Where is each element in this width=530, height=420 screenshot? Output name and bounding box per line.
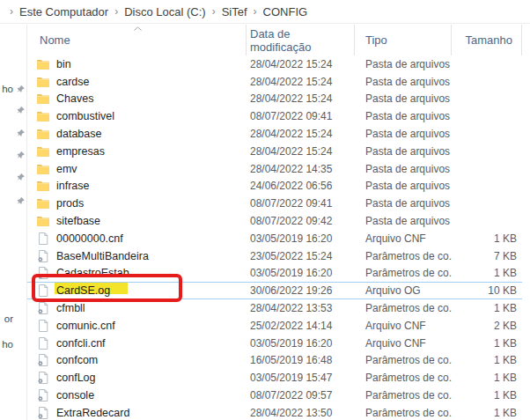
nav-item[interactable]: ho — [0, 337, 13, 351]
file-type: Pasta de arquivos — [355, 110, 452, 122]
file-row[interactable]: console 08/07/2022 09:57 Parâmetros de c… — [27, 387, 522, 404]
file-date: 03/05/2019 16:20 — [247, 232, 355, 245]
file-name: comunic.cnf — [56, 320, 115, 332]
file-name-cell: BaseMultiBandeira — [27, 249, 247, 263]
breadcrumb-item[interactable]: Disco Local (C:) — [124, 5, 205, 18]
file-row[interactable]: bin 28/04/2022 15:24 Pasta de arquivos — [27, 55, 522, 73]
column-header-type[interactable]: Tipo — [355, 25, 452, 55]
column-header-size[interactable]: Tamanho — [452, 25, 522, 55]
file-type: Arquivo CNF — [355, 337, 452, 350]
file-name: emv — [56, 163, 77, 175]
file-icon — [36, 232, 50, 246]
file-name-cell: emv — [27, 162, 247, 176]
file-icon — [36, 319, 50, 333]
file-row[interactable]: 00000000.cnf 03/05/2019 16:20 Arquivo CN… — [27, 230, 522, 247]
file-name-cell: CadastroEstab — [27, 266, 247, 280]
file-type: Arquivo CNF — [355, 320, 452, 332]
file-date: 30/06/2022 19:26 — [247, 284, 355, 297]
file-name-cell: sitefbase — [27, 214, 247, 228]
file-type: Pasta de arquivos — [355, 128, 452, 140]
pin-icon — [16, 173, 26, 182]
file-name: infrase — [56, 180, 90, 192]
breadcrumb-separator-icon: › — [114, 5, 118, 18]
file-date: 25/02/2022 14:14 — [247, 320, 355, 332]
nav-item[interactable] — [0, 103, 26, 117]
file-row[interactable]: ExtraRedecard 28/04/2022 13:50 Parâmetro… — [27, 404, 522, 420]
file-size: 1 KB — [452, 267, 522, 279]
file-date: 28/04/2022 14:35 — [247, 163, 355, 175]
breadcrumb-item[interactable]: Este Computador — [19, 5, 108, 18]
file-row[interactable]: cardse 28/04/2022 15:24 Pasta de arquivo… — [27, 73, 522, 91]
file-row[interactable]: BaseMultiBandeira 23/05/2022 15:24 Parâm… — [27, 247, 522, 265]
file-name-cell: empresas — [27, 144, 247, 158]
nav-item[interactable]: or — [0, 312, 13, 326]
file-row[interactable]: comunic.cnf 25/02/2022 14:14 Arquivo CNF… — [27, 317, 522, 335]
file-name: prods — [56, 197, 84, 210]
nav-item[interactable] — [0, 194, 26, 208]
file-row[interactable]: confLog 03/05/2019 15:47 Parâmetros de c… — [27, 369, 522, 387]
file-type: Pasta de arquivos — [355, 197, 452, 210]
file-date: 28/04/2022 15:24 — [247, 128, 355, 140]
file-type: Pasta de arquivos — [355, 180, 452, 192]
file-date: 23/05/2022 15:24 — [247, 250, 355, 262]
file-name-cell: bin — [27, 57, 247, 71]
file-row[interactable]: cfmbll 28/04/2022 13:53 Parâmetros de co… — [27, 299, 522, 317]
file-row[interactable]: database 28/04/2022 15:24 Pasta de arqui… — [27, 125, 522, 143]
pin-icon — [16, 151, 26, 160]
file-row[interactable]: prods 08/07/2022 09:41 Pasta de arquivos — [27, 195, 522, 212]
sort-ascending-icon — [134, 26, 142, 31]
file-size: 1 KB — [452, 407, 522, 419]
file-name: empresas — [56, 145, 105, 158]
nav-item[interactable] — [0, 126, 26, 140]
nav-item[interactable] — [0, 170, 26, 184]
file-date: 08/07/2022 09:42 — [247, 215, 355, 227]
file-list-body: bin 28/04/2022 15:24 Pasta de arquivos c… — [27, 55, 522, 420]
file-row[interactable]: confcli.cnf 03/05/2019 16:20 Arquivo CNF… — [27, 335, 522, 352]
file-row[interactable]: CardSE.og 30/06/2022 19:26 Arquivo OG 10… — [27, 282, 522, 299]
gear-file-icon — [36, 371, 50, 385]
file-row[interactable]: confcom 16/05/2019 16:48 Parâmetros de c… — [27, 352, 522, 370]
folder-icon — [36, 75, 50, 89]
file-name-cell: confLog — [27, 371, 247, 385]
pin-icon — [16, 129, 26, 138]
file-name-cell: infrase — [27, 179, 247, 193]
file-name: cfmbll — [56, 302, 85, 314]
file-type: Parâmetros de co... — [355, 302, 452, 314]
file-type: Arquivo OG — [355, 284, 452, 297]
file-row[interactable]: sitefbase 08/07/2022 09:42 Pasta de arqu… — [27, 212, 522, 230]
folder-icon — [36, 57, 50, 71]
breadcrumb-item[interactable]: CONFIG — [263, 5, 308, 18]
file-row[interactable]: CadastroEstab 03/05/2019 16:20 Parâmetro… — [27, 265, 522, 283]
file-name: cardse — [56, 76, 90, 88]
file-row[interactable]: empresas 28/04/2022 15:24 Pasta de arqui… — [27, 143, 522, 160]
file-date: 28/04/2022 13:53 — [247, 302, 355, 314]
gear-file-icon — [36, 388, 50, 402]
pin-icon — [16, 85, 26, 94]
file-date: 08/07/2022 09:41 — [247, 110, 355, 122]
file-size: 1 KB — [452, 232, 522, 245]
file-type: Pasta de arquivos — [355, 58, 452, 70]
file-name: BaseMultiBandeira — [56, 250, 149, 262]
file-type: Parâmetros de co... — [355, 354, 452, 366]
file-size: 10 KB — [452, 284, 522, 297]
file-size: 1 KB — [452, 337, 522, 350]
column-header-date[interactable]: Data de modificação — [247, 25, 355, 55]
file-row[interactable]: emv 28/04/2022 14:35 Pasta de arquivos — [27, 160, 522, 178]
file-type: Pasta de arquivos — [355, 145, 452, 158]
file-row[interactable]: Chaves 28/04/2022 15:24 Pasta de arquivo… — [27, 91, 522, 108]
file-type: Pasta de arquivos — [355, 76, 452, 88]
nav-item[interactable]: ho — [0, 82, 26, 96]
file-name: CardSE.og — [56, 284, 110, 297]
file-name: ExtraRedecard — [56, 407, 129, 419]
gear-file-icon — [36, 353, 50, 367]
file-type: Parâmetros de co... — [355, 372, 452, 384]
file-row[interactable]: combustivel 08/07/2022 09:41 Pasta de ar… — [27, 107, 522, 125]
file-name-cell: console — [27, 388, 247, 402]
nav-item[interactable] — [0, 148, 26, 162]
file-name: console — [56, 389, 94, 402]
file-row[interactable]: infrase 24/06/2022 06:56 Pasta de arquiv… — [27, 178, 522, 195]
folder-icon — [36, 214, 50, 228]
breadcrumb-item[interactable]: SiTef — [222, 5, 247, 18]
nav-item-label: ho — [0, 84, 13, 94]
pin-icon — [16, 106, 26, 115]
